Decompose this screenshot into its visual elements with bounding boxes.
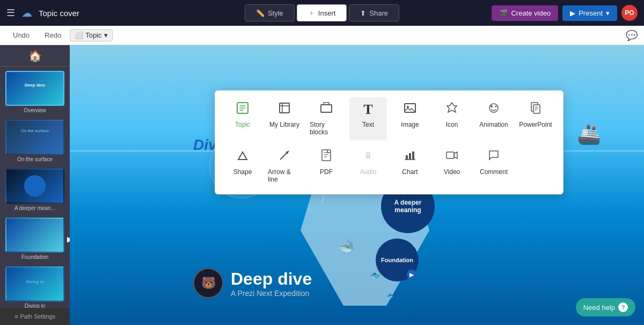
undo-button[interactable]: Undo xyxy=(6,29,36,41)
svg-rect-20 xyxy=(322,150,331,161)
slide-label-2: A deeper mean... xyxy=(5,205,64,211)
insert-label-story-blocks: Story blocks xyxy=(310,121,343,136)
insert-item-animation[interactable]: Animation xyxy=(475,97,513,140)
animation-insert-icon xyxy=(487,102,500,118)
redo-button[interactable]: Redo xyxy=(38,29,68,41)
insert-item-chart[interactable]: Chart xyxy=(391,145,429,187)
slide-1[interactable]: 1 On the surface On the surface xyxy=(5,120,64,162)
topic-pill[interactable]: ⬜ Topic ▾ xyxy=(70,29,112,41)
fish-small-icon: 🐟 xyxy=(386,292,394,300)
svg-point-14 xyxy=(495,106,497,107)
insert-label-audio: Audio xyxy=(360,168,377,176)
slide-2[interactable]: 2 A deeper mean... xyxy=(5,169,64,211)
insert-item-my-library[interactable]: My Library xyxy=(266,97,303,140)
shape-insert-icon xyxy=(236,149,249,165)
node-foundation[interactable]: Foundation ▶ xyxy=(376,239,419,281)
need-help-button[interactable]: Need help ? xyxy=(576,298,635,316)
play-icon: ▶ xyxy=(570,9,575,17)
logo-circle: 🐻 xyxy=(193,268,223,298)
share-icon: ⬆ xyxy=(360,9,366,17)
insert-label-topic: Topic xyxy=(235,121,250,128)
slide-overview[interactable]: Deep dive Overview xyxy=(5,71,64,113)
insert-item-audio[interactable]: Audio xyxy=(349,145,387,187)
insert-item-shape[interactable]: Shape xyxy=(224,145,261,187)
insert-item-text[interactable]: T Text xyxy=(349,97,387,140)
fish-icon: 🐟 xyxy=(370,271,379,279)
secondbar: Undo Redo ⬜ Topic ▾ 💬 xyxy=(0,26,644,45)
slide-label-3: Foundation xyxy=(5,254,64,260)
topic-icon: ⬜ xyxy=(75,31,83,39)
insert-item-arrow-line[interactable]: Arrow & line xyxy=(266,145,303,187)
video-icon: 🎬 xyxy=(499,9,508,17)
create-video-button[interactable]: 🎬 Create video xyxy=(492,5,558,21)
insert-label-shape: Shape xyxy=(233,168,252,176)
share-tab[interactable]: ⬆ Share xyxy=(349,4,399,21)
insert-icon: ＋ xyxy=(308,8,315,18)
insert-label-icon: Icon xyxy=(446,121,458,128)
avatar[interactable]: PO xyxy=(621,5,638,21)
insert-label-arrow-line: Arrow & line xyxy=(268,168,301,183)
svg-rect-8 xyxy=(280,103,289,113)
insert-label-my-library: My Library xyxy=(269,121,299,128)
center-tabs: ✏️ Style ＋ Insert ⬆ Share xyxy=(245,4,399,21)
present-button[interactable]: ▶ Present ▾ xyxy=(562,5,617,21)
insert-label-comment: Comment xyxy=(480,168,508,176)
menu-icon[interactable]: ☰ xyxy=(6,7,15,19)
insert-label-text: Text xyxy=(362,121,374,128)
style-icon: ✏️ xyxy=(256,9,265,17)
path-settings[interactable]: ≡ Path Settings xyxy=(0,308,70,325)
help-icon: ? xyxy=(618,302,628,312)
icon-insert-icon xyxy=(445,102,458,118)
insert-label-chart: Chart xyxy=(402,168,418,176)
slide-label-1: On the surface xyxy=(5,156,64,162)
insert-item-pdf[interactable]: PDF xyxy=(308,145,345,187)
logo-area: 🐻 Deep dive A Prezi Next Expedition xyxy=(193,268,312,298)
home-icon[interactable]: 🏠 xyxy=(0,45,70,67)
svg-point-12 xyxy=(489,104,498,112)
insert-item-powerpoint[interactable]: PowerPoint xyxy=(517,97,554,140)
my-library-icon xyxy=(278,102,291,118)
slide-thumb-2 xyxy=(5,169,64,204)
slide-label-overview: Overview xyxy=(5,107,64,113)
pdf-insert-icon xyxy=(320,149,333,165)
insert-item-icon[interactable]: Icon xyxy=(433,97,471,140)
insert-item-image[interactable]: Image xyxy=(391,97,429,140)
right-actions: 🎬 Create video ▶ Present ▾ PO xyxy=(492,5,638,21)
svg-marker-17 xyxy=(238,152,247,160)
powerpoint-insert-icon xyxy=(529,102,542,118)
slide-4[interactable]: 4 Diving in Diving in xyxy=(5,266,64,309)
insert-item-topic[interactable]: Topic xyxy=(224,97,261,140)
svg-rect-23 xyxy=(409,153,411,160)
slide-3[interactable]: 3 Foundation ▶ xyxy=(5,218,64,260)
style-tab[interactable]: ✏️ Style xyxy=(245,4,295,21)
comment-insert-icon xyxy=(487,149,500,165)
main: 🏠 Deep dive Overview 1 On the surface On… xyxy=(0,45,644,325)
arrow-line-insert-icon xyxy=(278,149,291,165)
slide-thumb-overview: Deep dive xyxy=(5,71,64,106)
cloud-icon: ☁ xyxy=(21,6,32,19)
insert-label-animation: Animation xyxy=(479,121,508,128)
image-insert-icon xyxy=(404,102,416,118)
svg-rect-9 xyxy=(321,105,332,112)
comment-icon[interactable]: 💬 xyxy=(626,30,638,41)
video-insert-icon xyxy=(445,149,458,165)
svg-rect-26 xyxy=(447,152,454,158)
slide-thumb-3 xyxy=(5,218,64,252)
insert-item-comment[interactable]: Comment xyxy=(475,145,513,187)
text-insert-icon: T xyxy=(363,102,372,118)
insert-item-video[interactable]: Video xyxy=(433,145,471,187)
slide-thumb-1: On the surface xyxy=(5,120,64,155)
insert-label-pdf: PDF xyxy=(320,168,333,176)
insert-dropdown: Topic My Library Story blocks T Text xyxy=(215,90,564,194)
insert-tab[interactable]: ＋ Insert xyxy=(297,4,347,21)
insert-item-story-blocks[interactable]: Story blocks xyxy=(308,97,345,140)
svg-rect-24 xyxy=(412,151,414,160)
app-title: Topic cover xyxy=(39,9,79,18)
path-icon: ≡ xyxy=(14,313,18,320)
slide-thumb-4: Diving in xyxy=(5,266,64,301)
svg-rect-16 xyxy=(533,105,540,113)
svg-rect-22 xyxy=(406,155,408,160)
insert-label-image: Image xyxy=(401,121,419,128)
sidebar: 🏠 Deep dive Overview 1 On the surface On… xyxy=(0,45,70,325)
logo-text: Deep dive A Prezi Next Expedition xyxy=(231,269,312,298)
